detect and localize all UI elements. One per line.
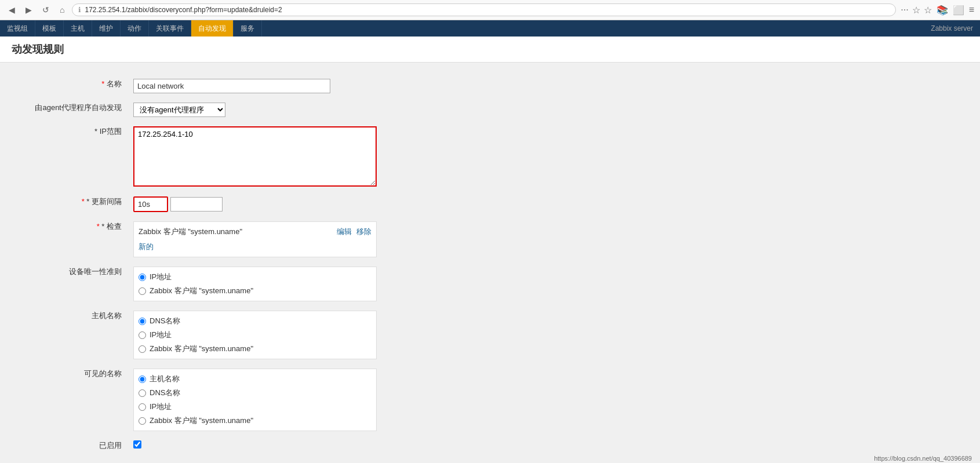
hostname-uname-label: Zabbix 客户端 "system.uname" (150, 344, 253, 354)
uniqueness-uname-label: Zabbix 客户端 "system.uname" (150, 286, 253, 296)
check-item: Zabbix 客户端 "system.uname" 编辑 移除 (139, 227, 371, 237)
tabs-icon[interactable]: ⬜ (953, 5, 964, 16)
visible-name-field-cell: 主机名称 DNS名称 IP地址 Zabbix 客户端 "system. (127, 364, 510, 436)
ip-range-border: 172.25.254.1-10 (133, 126, 377, 187)
name-label: 名称 (107, 79, 122, 88)
enabled-checkbox-wrapper (133, 440, 504, 449)
visible-name-radio-ip[interactable]: IP地址 (139, 402, 371, 412)
visible-name-radio-dns[interactable]: DNS名称 (139, 388, 371, 398)
info-icon: ℹ (78, 6, 81, 14)
check-item-actions: 编辑 移除 (337, 227, 371, 237)
nav-item-services[interactable]: 服务 (234, 20, 262, 37)
browser-chrome: ◀ ▶ ↺ ⌂ ℹ 172.25.254.1/zabbix/discoveryc… (0, 0, 980, 20)
zabbix-nav: 监视组 模板 主机 维护 动作 关联事件 自动发现 服务 Zabbix serv… (0, 20, 980, 37)
enabled-field-cell (127, 436, 510, 455)
uniqueness-radio-uname-input[interactable] (139, 287, 146, 295)
uniqueness-row: 设备唯一性准则 IP地址 Zabbix 客户端 "system.uname" (12, 262, 510, 306)
visible-name-radio-dns-input[interactable] (139, 389, 146, 397)
footer-url: https://blog.csdn.net/qq_40396689 (872, 454, 974, 463)
update-interval-row: * * 更新间隔 (12, 192, 510, 217)
nav-item-maintenance[interactable]: 维护 (92, 20, 121, 37)
page-title-text: 动发现规则 (12, 43, 64, 55)
hostname-row: 主机名称 DNS名称 IP地址 Zab (12, 306, 510, 364)
new-check-wrapper: 新的 (139, 239, 371, 252)
hostname-radio-dns[interactable]: DNS名称 (139, 316, 371, 326)
hostname-radio-ip[interactable]: IP地址 (139, 330, 371, 340)
hostname-label: 主机名称 (92, 311, 122, 320)
hostname-radio-dns-input[interactable] (139, 318, 146, 325)
browser-right-icons: 📚 ⬜ ≡ (937, 5, 974, 16)
back-button[interactable]: ◀ (6, 4, 18, 16)
enabled-checkbox[interactable] (133, 440, 141, 449)
checks-row: * * 检查 Zabbix 客户端 "system.uname" 编辑 移除 (12, 217, 510, 262)
nav-item-hosts[interactable]: 主机 (64, 20, 92, 37)
visible-name-radio-host-input[interactable] (139, 375, 146, 383)
bookmark-icon[interactable]: ☆ (912, 5, 920, 16)
uniqueness-radio-ip[interactable]: IP地址 (139, 272, 371, 282)
nav-item-discovery[interactable]: 自动发现 (191, 20, 234, 37)
ip-label-cell: * IP范围 (12, 122, 127, 192)
visible-name-row: 可见的名称 主机名称 DNS名称 IP (12, 364, 510, 436)
page-title: 动发现规则 (0, 37, 980, 63)
home-button[interactable]: ⌂ (57, 4, 67, 16)
hostname-ip-label: IP地址 (150, 330, 172, 340)
visible-name-ip-label: IP地址 (150, 402, 172, 412)
interval-field-cell (127, 192, 510, 217)
name-required-mark: * (101, 79, 104, 88)
agent-select[interactable]: 没有agent代理程序 (133, 103, 225, 117)
buttons-row: 更新 克隆 删除 取消 (12, 455, 510, 463)
checks-label: * 检查 (101, 222, 122, 231)
name-label-cell: * 名称 (12, 74, 127, 98)
hostname-radio-ip-input[interactable] (139, 331, 146, 339)
hostname-radio-uname[interactable]: Zabbix 客户端 "system.uname" (139, 344, 371, 354)
interval-label-cell: * * 更新间隔 (12, 192, 127, 217)
visible-name-radio-host[interactable]: 主机名称 (139, 374, 371, 384)
browser-actions: ··· ☆ ☆ (901, 5, 931, 16)
nav-item-templates[interactable]: 模板 (35, 20, 64, 37)
interval-required-mark: * (82, 197, 85, 206)
more-icon[interactable]: ··· (901, 5, 908, 15)
star-icon[interactable]: ☆ (924, 5, 932, 16)
name-row: * 名称 (12, 74, 510, 98)
nav-item-actions[interactable]: 动作 (121, 20, 149, 37)
nav-item-group[interactable]: 监视组 (0, 20, 35, 37)
visible-name-host-label: 主机名称 (150, 374, 180, 384)
hostname-dns-label: DNS名称 (150, 316, 180, 326)
checks-box: Zabbix 客户端 "system.uname" 编辑 移除 新的 (133, 221, 377, 257)
checks-field-cell: Zabbix 客户端 "system.uname" 编辑 移除 新的 (127, 217, 510, 262)
uniqueness-label: 设备唯一性准则 (69, 267, 122, 276)
uniqueness-field-cell: IP地址 Zabbix 客户端 "system.uname" (127, 262, 510, 306)
name-input[interactable] (133, 79, 330, 93)
menu-icon[interactable]: ≡ (969, 5, 974, 15)
visible-name-radio-uname-input[interactable] (139, 417, 146, 425)
new-check-link[interactable]: 新的 (139, 242, 154, 252)
visible-name-radio-uname[interactable]: Zabbix 客户端 "system.uname" (139, 415, 371, 426)
visible-name-dns-label: DNS名称 (150, 388, 180, 398)
visible-name-radio-ip-input[interactable] (139, 403, 146, 411)
nav-item-events[interactable]: 关联事件 (149, 20, 191, 37)
page-content: 动发现规则 * 名称 由agent代理程序自动发现 (0, 37, 980, 463)
ip-range-textarea[interactable]: 172.25.254.1-10 (134, 127, 376, 185)
edit-check-button[interactable]: 编辑 (337, 227, 352, 237)
hostname-box: DNS名称 IP地址 Zabbix 客户端 "system.uname" (133, 311, 377, 359)
uniqueness-radio-uname[interactable]: Zabbix 客户端 "system.uname" (139, 286, 371, 296)
interval-second-input[interactable] (170, 197, 223, 212)
buttons-label-cell (12, 455, 127, 463)
url-bar[interactable]: ℹ 172.25.254.1/zabbix/discoveryconf.php?… (72, 3, 896, 16)
interval-input[interactable] (133, 196, 168, 212)
hostname-radio-uname-input[interactable] (139, 345, 146, 353)
name-field-cell (127, 74, 510, 98)
uniqueness-radio-ip-input[interactable] (139, 274, 146, 281)
forward-button[interactable]: ▶ (23, 4, 35, 16)
visible-name-uname-label: Zabbix 客户端 "system.uname" (150, 415, 253, 426)
library-icon[interactable]: 📚 (937, 5, 948, 16)
remove-check-button[interactable]: 移除 (356, 227, 371, 237)
enabled-label-cell: 已启用 (12, 436, 127, 455)
server-label: Zabbix server (924, 24, 980, 32)
visible-name-label-cell: 可见的名称 (12, 364, 127, 436)
hostname-label-cell: 主机名称 (12, 306, 127, 364)
checks-required-mark: * (97, 222, 100, 231)
refresh-button[interactable]: ↺ (39, 4, 52, 16)
buttons-field-cell: 更新 克隆 删除 取消 (127, 455, 510, 463)
uniqueness-box: IP地址 Zabbix 客户端 "system.uname" (133, 267, 377, 301)
